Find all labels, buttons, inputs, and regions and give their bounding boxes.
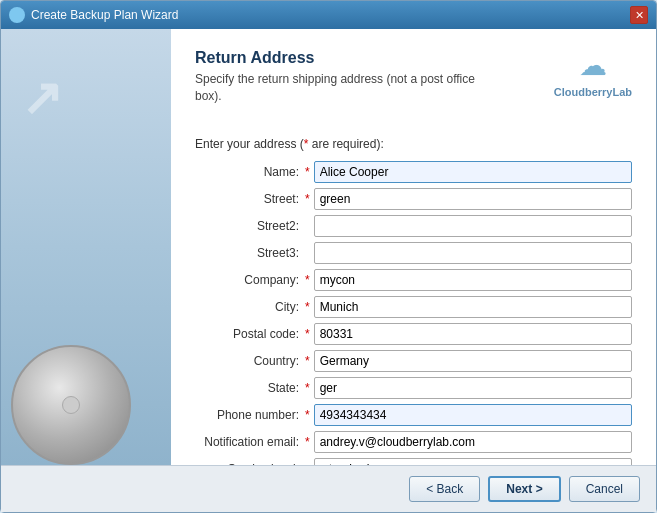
form-instruction: Enter your address (* are required): (195, 137, 632, 151)
star-street: * (305, 192, 310, 206)
label-street2: Street2: (195, 219, 305, 233)
app-icon (9, 7, 25, 23)
logo-text: CloudberryLab (554, 86, 632, 98)
input-postal[interactable] (314, 323, 632, 345)
input-company[interactable] (314, 269, 632, 291)
logo-icon: ☁ (579, 49, 607, 82)
logo: ☁ CloudberryLab (554, 49, 632, 98)
label-phone: Phone number: (195, 408, 305, 422)
close-button[interactable]: ✕ (630, 6, 648, 24)
label-state: State: (195, 381, 305, 395)
label-company: Company: (195, 273, 305, 287)
disc-hole (62, 396, 80, 414)
form-row-company: Company: * (195, 269, 632, 291)
label-street: Street: (195, 192, 305, 206)
main-panel: Return Address Specify the return shippi… (171, 29, 656, 465)
label-country: Country: (195, 354, 305, 368)
form-row-state: State: * (195, 377, 632, 399)
form-row-service: Service level: * standard expedited prio… (195, 458, 632, 465)
star-postal: * (305, 327, 310, 341)
form-row-country: Country: * (195, 350, 632, 372)
titlebar: Create Backup Plan Wizard ✕ (1, 1, 656, 29)
panel-description: Specify the return shipping address (not… (195, 71, 475, 105)
next-button[interactable]: Next > (488, 476, 560, 502)
disc-decoration (11, 345, 131, 465)
star-name: * (305, 165, 310, 179)
input-street[interactable] (314, 188, 632, 210)
form-row-name: Name: * (195, 161, 632, 183)
form-row-city: City: * (195, 296, 632, 318)
window-title: Create Backup Plan Wizard (31, 8, 178, 22)
star-state: * (305, 381, 310, 395)
label-name: Name: (195, 165, 305, 179)
form-row-street: Street: * (195, 188, 632, 210)
content-area: ↗ Return Address Specify the return ship… (1, 29, 656, 465)
form-row-email: Notification email: * (195, 431, 632, 453)
input-country[interactable] (314, 350, 632, 372)
star-email: * (305, 435, 310, 449)
label-city: City: (195, 300, 305, 314)
wizard-footer: < Back Next > Cancel (1, 465, 656, 512)
back-button[interactable]: < Back (409, 476, 480, 502)
titlebar-left: Create Backup Plan Wizard (9, 7, 178, 23)
panel-header: Return Address Specify the return shippi… (195, 49, 632, 105)
star-phone: * (305, 408, 310, 422)
star-country: * (305, 354, 310, 368)
label-email: Notification email: (195, 435, 305, 449)
input-name[interactable] (314, 161, 632, 183)
arrow-decoration: ↗ (21, 69, 63, 127)
input-city[interactable] (314, 296, 632, 318)
sidebar: ↗ (1, 29, 171, 465)
wizard-window: Create Backup Plan Wizard ✕ ↗ Return Add… (0, 0, 657, 513)
input-phone[interactable] (314, 404, 632, 426)
form-row-postal: Postal code: * (195, 323, 632, 345)
label-postal: Postal code: (195, 327, 305, 341)
star-company: * (305, 273, 310, 287)
header-text: Return Address Specify the return shippi… (195, 49, 475, 105)
required-star: * (304, 137, 309, 151)
input-street2[interactable] (314, 215, 632, 237)
panel-title: Return Address (195, 49, 475, 67)
form-row-street2: Street2: * (195, 215, 632, 237)
form-row-street3: Street3: * (195, 242, 632, 264)
form-row-phone: Phone number: * (195, 404, 632, 426)
input-state[interactable] (314, 377, 632, 399)
label-street3: Street3: (195, 246, 305, 260)
input-email[interactable] (314, 431, 632, 453)
star-city: * (305, 300, 310, 314)
select-service-level[interactable]: standard expedited priority (314, 458, 632, 465)
cancel-button[interactable]: Cancel (569, 476, 640, 502)
address-form: Enter your address (* are required): Nam… (195, 137, 632, 465)
input-street3[interactable] (314, 242, 632, 264)
